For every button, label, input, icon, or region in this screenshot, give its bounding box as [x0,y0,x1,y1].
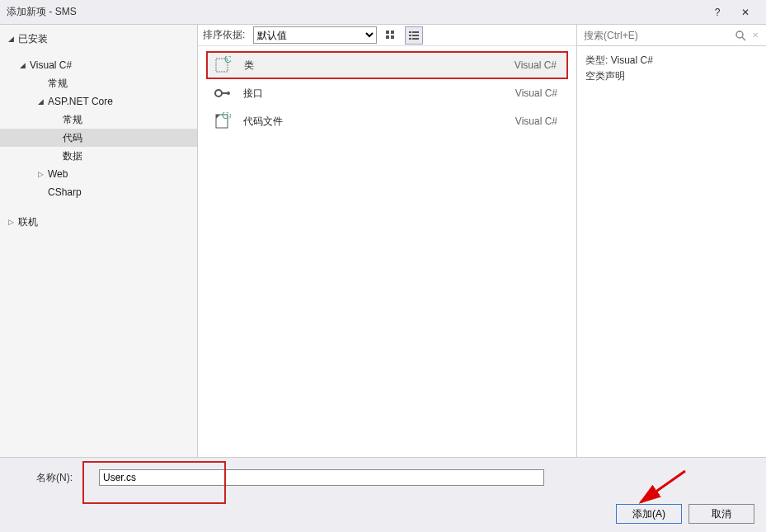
close-search-icon[interactable]: ✕ [748,31,763,40]
sidebar-node-web[interactable]: Web [0,165,197,183]
template-row-class[interactable]: C# 类 Visual C# [206,51,568,79]
window-title: 添加新项 - SMS [7,5,703,19]
type-value: Visual C# [611,54,653,66]
svg-rect-2 [386,35,389,39]
chevron-down-icon[interactable] [35,96,46,107]
chevron-right-icon[interactable] [5,216,16,228]
sidebar-label: 数据 [63,149,82,163]
name-row: 名称(N): [12,469,754,486]
cancel-button[interactable]: 取消 [688,504,754,524]
template-tag: Visual C# [515,87,557,99]
search-box[interactable]: ✕ [577,25,766,46]
sidebar-node-aspnetcore[interactable]: ASP.NET Core [0,92,197,111]
view-list-icon[interactable] [405,26,423,45]
svg-line-19 [742,37,745,40]
code-file-icon: C# [212,111,232,131]
template-name: 类 [244,59,515,73]
class-file-icon: C# [213,55,233,75]
svg-rect-1 [391,31,394,34]
chevron-down-icon[interactable] [5,33,16,45]
sidebar-node-visual-csharp[interactable]: Visual C# [0,56,197,74]
close-icon[interactable]: ✕ [731,2,759,22]
main-area: 已安装 Visual C# 常规 ASP.NET Core 常规 代码 数据 [0,25,766,457]
template-row-codefile[interactable]: C# 代码文件 Visual C# [206,107,568,135]
sidebar-label: ASP.NET Core [48,96,113,107]
details-panel: 类型: Visual C# 空类声明 [577,46,766,91]
svg-rect-6 [409,35,411,36]
sidebar-node-csharp[interactable]: CSharp [0,183,197,201]
help-icon[interactable]: ? [703,2,731,22]
svg-text:C#: C# [224,56,232,65]
sidebar-label: Visual C# [30,59,72,71]
svg-point-12 [215,90,222,97]
sidebar-node-data[interactable]: 数据 [0,147,197,165]
svg-rect-9 [412,38,419,40]
sidebar-node-general2[interactable]: 常规 [0,111,197,129]
search-input[interactable] [580,28,733,43]
svg-rect-4 [409,31,411,33]
add-button[interactable]: 添加(A) [616,504,682,524]
type-row: 类型: Visual C# [585,53,758,68]
sort-label: 排序依据: [203,28,245,42]
name-label: 名称(N): [36,471,94,485]
sort-select[interactable]: 默认值 [253,26,377,44]
sidebar-section-installed[interactable]: 已安装 [0,30,197,48]
titlebar: 添加新项 - SMS ? ✕ [0,0,766,25]
sidebar-section-online[interactable]: 联机 [0,213,197,231]
template-name: 接口 [243,87,515,101]
template-tag: Visual C# [515,59,557,71]
sidebar: 已安装 Visual C# 常规 ASP.NET Core 常规 代码 数据 [0,25,198,457]
svg-rect-8 [409,38,411,40]
chevron-right-icon[interactable] [35,168,46,180]
description-text: 空类声明 [585,68,758,84]
sidebar-label: CSharp [48,186,82,198]
template-name: 代码文件 [243,115,515,129]
svg-rect-7 [412,35,419,36]
button-row: 添加(A) 取消 [12,504,754,524]
sidebar-label: 联机 [18,215,38,229]
svg-rect-0 [386,31,389,34]
sidebar-node-general1[interactable]: 常规 [0,74,197,92]
interface-icon [212,83,232,103]
name-input[interactable] [99,469,544,486]
bottom-bar: 名称(N): 添加(A) 取消 [0,457,766,532]
svg-rect-3 [391,35,394,39]
search-icon[interactable] [733,30,748,41]
right-panel: ✕ 类型: Visual C# 空类声明 [576,25,766,457]
center-panel: 排序依据: 默认值 C# 类 Visual C# [198,25,576,457]
svg-point-18 [736,31,743,38]
sidebar-label: 常规 [63,113,82,127]
svg-rect-5 [412,31,419,33]
sidebar-label: 已安装 [18,32,48,46]
sidebar-label: 代码 [63,131,82,145]
template-list: C# 类 Visual C# 接口 Visual C# C# 代码文件 Visu… [198,46,576,457]
chevron-down-icon[interactable] [16,59,28,71]
sidebar-label: 常规 [48,77,68,91]
type-label: 类型: [585,54,608,66]
toolbar: 排序依据: 默认值 [198,25,576,46]
sidebar-node-code[interactable]: 代码 [0,129,197,147]
template-row-interface[interactable]: 接口 Visual C# [206,79,568,107]
svg-point-14 [227,92,230,95]
view-small-icons-icon[interactable] [382,26,400,45]
sidebar-label: Web [48,168,68,180]
svg-text:C#: C# [222,112,231,121]
template-tag: Visual C# [515,115,557,127]
